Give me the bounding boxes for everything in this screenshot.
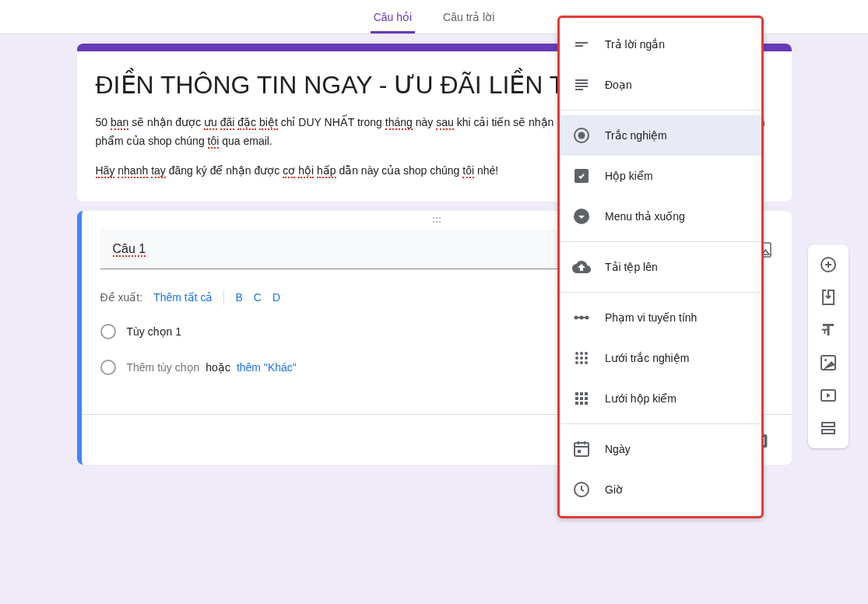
radio-icon (100, 360, 116, 375)
add-section-button[interactable] (813, 413, 844, 444)
desc-text: biệt (259, 116, 278, 130)
linear-scale-icon (572, 308, 591, 327)
desc-text: này (413, 116, 436, 128)
dd-label: Ngày (605, 443, 631, 455)
dd-label: Hộp kiểm (605, 170, 653, 182)
radio-icon (572, 126, 591, 145)
svg-point-21 (580, 361, 583, 364)
svg-rect-13 (576, 317, 587, 318)
short-answer-icon (572, 35, 591, 54)
svg-rect-30 (580, 402, 583, 405)
paragraph-icon (572, 76, 591, 94)
grid-dots-icon (572, 349, 591, 367)
svg-point-1 (435, 217, 438, 219)
suggest-option-c[interactable]: C (254, 291, 262, 304)
type-date[interactable]: Ngày (560, 429, 761, 469)
dropdown-separator (560, 292, 761, 293)
desc-text: qua email. (219, 135, 272, 147)
desc-text: sẽ nhận được (128, 116, 204, 128)
add-image-button[interactable] (813, 347, 844, 378)
type-paragraph[interactable]: Đoạn (560, 65, 761, 105)
svg-point-16 (585, 352, 588, 355)
type-mc-grid[interactable]: Lưới trắc nghiệm (560, 338, 761, 378)
dd-label: Giờ (605, 483, 623, 496)
svg-point-7 (578, 132, 585, 139)
svg-rect-28 (585, 397, 588, 400)
type-file-upload[interactable]: Tải tệp lên (560, 247, 761, 287)
dd-label: Lưới hộp kiểm (605, 392, 676, 405)
add-title-button[interactable] (813, 314, 844, 346)
desc-text: hấp (317, 164, 336, 178)
svg-rect-24 (580, 392, 583, 395)
dd-label: Menu thả xuống (605, 210, 685, 223)
svg-rect-25 (585, 392, 588, 395)
svg-point-14 (575, 352, 578, 355)
type-dropdown[interactable]: Menu thả xuống (560, 196, 761, 237)
desc-text: nhé! (474, 164, 498, 177)
type-time[interactable]: Giờ (560, 469, 761, 510)
suggest-option-d[interactable]: D (272, 291, 280, 304)
desc-text: tháng (385, 116, 413, 130)
dd-label: Tải tệp lên (605, 261, 658, 273)
svg-point-15 (580, 352, 583, 355)
desc-text: cơ (283, 164, 295, 178)
svg-point-2 (438, 217, 441, 219)
svg-point-20 (575, 361, 578, 364)
desc-text: tôi (208, 135, 220, 149)
clock-icon (572, 480, 591, 499)
type-checkboxes[interactable]: Hộp kiểm (560, 156, 761, 196)
type-linear-scale[interactable]: Phạm vi tuyến tính (560, 297, 761, 338)
add-option-text[interactable]: Thêm tùy chọn (127, 361, 200, 374)
svg-rect-32 (578, 450, 581, 453)
tab-questions[interactable]: Câu hỏi (371, 5, 415, 33)
svg-point-19 (585, 356, 588, 360)
svg-point-0 (432, 217, 434, 219)
svg-rect-39 (822, 430, 835, 434)
svg-point-36 (824, 359, 827, 361)
desc-text: tay (151, 164, 166, 178)
desc-text: tôi (462, 164, 474, 178)
dropdown-separator (560, 423, 761, 424)
type-cb-grid[interactable]: Lưới hộp kiểm (560, 378, 761, 419)
dd-label: Lưới trắc nghiệm (605, 352, 689, 364)
svg-point-5 (438, 221, 441, 223)
desc-text: hội (298, 164, 314, 178)
svg-point-22 (585, 361, 588, 364)
desc-text: chỉ DUY NHẤT trong (278, 116, 385, 128)
tab-responses[interactable]: Câu trả lời (440, 5, 497, 33)
desc-text: đãi (220, 116, 235, 130)
svg-rect-27 (580, 397, 583, 400)
desc-text: sau (436, 116, 454, 130)
option-text[interactable]: Tùy chọn 1 (127, 325, 181, 338)
dd-label: Phạm vi tuyến tính (605, 311, 697, 324)
add-video-button[interactable] (813, 380, 844, 411)
svg-rect-23 (575, 392, 578, 395)
grid-squares-icon (572, 389, 591, 408)
svg-rect-29 (575, 402, 578, 405)
desc-text: 50 (96, 116, 111, 128)
add-question-button[interactable] (813, 249, 844, 280)
import-questions-button[interactable] (813, 282, 844, 313)
question-type-dropdown: Trả lời ngắn Đoạn Trắc nghiệm Hộp kiểm M… (557, 16, 764, 518)
dropdown-separator (560, 110, 761, 111)
desc-text: đặc (237, 116, 256, 130)
desc-text: dẫn này của shop chúng (336, 164, 463, 177)
svg-point-17 (575, 356, 578, 360)
dropdown-icon (572, 207, 591, 226)
svg-point-3 (432, 221, 434, 223)
svg-point-18 (580, 356, 583, 360)
checkbox-icon (572, 167, 591, 185)
suggest-option-b[interactable]: B (235, 291, 242, 304)
svg-rect-26 (575, 397, 578, 400)
suggest-label: Đề xuất: (100, 291, 143, 304)
cloud-upload-icon (572, 258, 591, 276)
svg-rect-31 (585, 402, 588, 405)
or-text: hoặc (206, 361, 230, 374)
side-toolbar (808, 244, 849, 448)
add-other-link[interactable]: thêm "Khác" (237, 361, 297, 374)
add-all-link[interactable]: Thêm tất cả (153, 291, 213, 304)
type-multiple-choice[interactable]: Trắc nghiệm (560, 115, 761, 156)
radio-icon (100, 324, 116, 339)
calendar-icon (572, 440, 591, 458)
type-short-answer[interactable]: Trả lời ngắn (560, 24, 761, 65)
